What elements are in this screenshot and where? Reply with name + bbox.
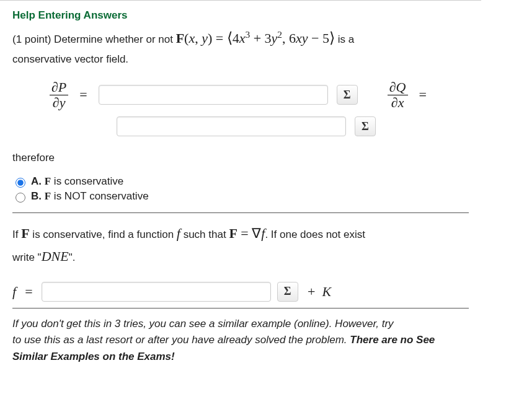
p2-line2a: write " (12, 252, 42, 263)
f-symbol: f (12, 284, 16, 300)
choice-a-label: A. (31, 175, 42, 187)
choice-a-radio[interactable] (16, 178, 25, 188)
p2-F2: F (229, 225, 237, 241)
p2-F1: F (21, 225, 29, 241)
prompt-tail-2: conservative vector field. (12, 53, 128, 65)
conservative-choice-group: A. F is conservative B. F is NOT conserv… (12, 175, 469, 203)
f-input-row: f = Σ + K (12, 282, 469, 302)
points-label: (1 point) (12, 33, 51, 45)
prompt-lead: Determine whether or not (54, 33, 176, 45)
p2-line2b: ". (69, 252, 76, 263)
F-args: (x, y) = (184, 30, 227, 46)
p2-dne: DNE (42, 248, 69, 264)
plus-k: + K (304, 284, 332, 300)
p2-mid2: such that (180, 229, 229, 240)
p2-mid3: . If one does not exist (265, 229, 365, 240)
choice-a[interactable]: A. F is conservative (12, 175, 469, 188)
help-entering-answers-link[interactable]: Help Entering Answers (12, 9, 127, 22)
problem-prompt: (1 point) Determine whether or not F(x, … (12, 25, 469, 69)
angle-open: ⟨ (227, 30, 233, 46)
partial-derivative-inputs: ∂P ∂y = Σ ∂Q ∂x = Σ (50, 80, 469, 136)
choice-a-text: is conservative (51, 175, 123, 187)
therefore-label: therefore (12, 152, 469, 164)
divider-2 (12, 308, 469, 308)
footer-note: If you don't get this in 3 tries, you ca… (12, 316, 469, 365)
p2-mid1: is conservative, find a function (30, 229, 177, 240)
equals-sign: = (77, 87, 89, 103)
p2-eq: = ∇ (237, 225, 261, 241)
footer-line1: If you don't get this in 3 tries, you ca… (12, 318, 394, 330)
vector-expression: 4x3 + 3y2, 6xy − 5 (233, 30, 329, 46)
F-symbol: F (176, 30, 184, 46)
dp-dy-input[interactable] (99, 85, 328, 105)
choice-b-text: is NOT conservative (51, 190, 148, 202)
prompt-tail-1: is a (338, 33, 354, 45)
dp-dy-row: ∂P ∂y = Σ ∂Q ∂x = (50, 80, 469, 110)
dq-dx-num: ∂Q (388, 80, 408, 95)
footer-line2: to use this as a last resort or after yo… (12, 334, 350, 346)
choice-b-radio[interactable] (16, 193, 25, 203)
dq-dx-input[interactable] (117, 116, 346, 136)
divider-1 (12, 212, 469, 213)
choice-b-label: B. (31, 190, 42, 202)
dq-dx-fraction: ∂Q ∂x (388, 80, 408, 110)
f-input[interactable] (42, 282, 271, 302)
angle-close: ⟩ (329, 30, 335, 46)
potential-function-prompt: If F is conservative, find a function f … (12, 222, 469, 268)
p2-lead: If (12, 229, 21, 240)
equals-sign-2: = (417, 87, 429, 103)
dp-dy-num: ∂P (50, 80, 68, 95)
equation-editor-button[interactable]: Σ (337, 85, 358, 105)
dp-dy-fraction: ∂P ∂y (50, 80, 68, 110)
choice-b[interactable]: B. F is NOT conservative (12, 190, 469, 203)
choice-a-F: F (45, 175, 51, 187)
dq-dx-den: ∂x (388, 95, 408, 110)
equation-editor-button-2[interactable]: Σ (355, 116, 376, 136)
choice-b-F: F (45, 190, 51, 202)
equation-editor-button-3[interactable]: Σ (277, 282, 298, 302)
equals-sign-3: = (22, 284, 35, 300)
dq-dx-row: Σ (117, 116, 469, 136)
dp-dy-den: ∂y (50, 95, 68, 110)
